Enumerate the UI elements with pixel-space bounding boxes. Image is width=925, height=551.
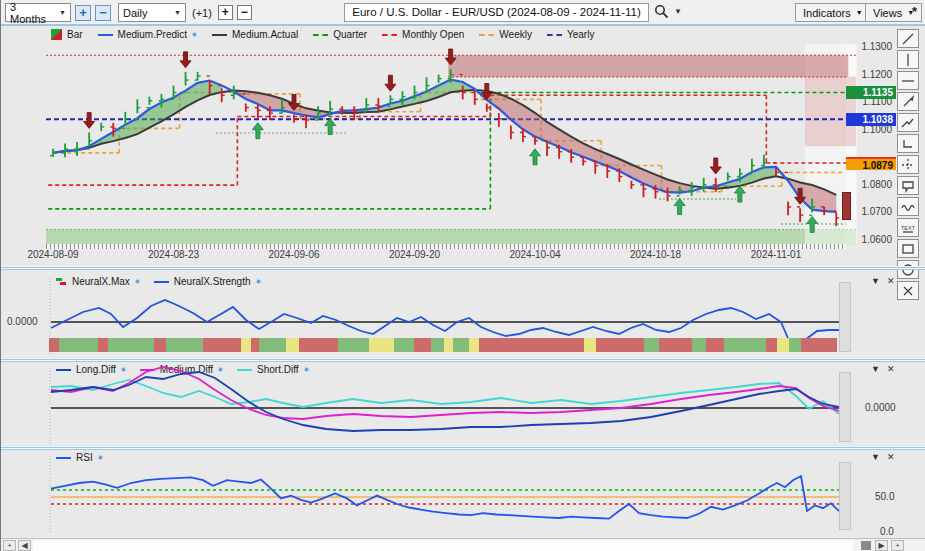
close-panel-icon[interactable]: ✕ [887, 276, 895, 286]
date-tick-label: 2024-08-09 [18, 249, 88, 260]
scroll-add-button[interactable]: + [3, 540, 16, 551]
rsi-50-label: 50.0 [875, 491, 894, 502]
interval-select[interactable]: Daily ▼ [118, 3, 186, 22]
main-legend-item-2[interactable]: Medium.Actual [212, 29, 298, 40]
rsi-panel-controls: ▼ ✕ [871, 452, 894, 462]
main-legend-label: Bar [67, 29, 83, 40]
price-level-badge: 1.1135 [846, 86, 896, 99]
main-legend-item-4[interactable]: Monthly Open [382, 29, 464, 40]
range-zoom-in-button[interactable]: + [75, 5, 91, 21]
main-legend-item-3[interactable]: Quarter [313, 29, 367, 40]
main-legend-label: Medium.Predict [118, 29, 187, 40]
indicators-button[interactable]: Indicators ▼ [795, 3, 871, 22]
wave-tool-button[interactable] [897, 197, 919, 216]
bar-add-button[interactable]: + [218, 5, 233, 20]
range-select-value: 3 Months [10, 1, 53, 25]
neuralx-panel-canvas[interactable] [1, 270, 861, 360]
scroll-left-icon[interactable]: ◀ [18, 540, 31, 551]
polyline-tool-icon [900, 115, 916, 131]
date-tick-label: 2024-09-20 [380, 249, 450, 260]
scrollbar-thumb[interactable] [861, 541, 871, 550]
horizontal-scrollbar[interactable]: + ◀ ▶ + [1, 538, 925, 551]
text-tool-icon: TEXT [900, 220, 916, 236]
info-dot-icon[interactable] [192, 32, 197, 37]
close-panel-icon[interactable]: ✕ [887, 364, 895, 374]
chevron-down-icon: ▼ [856, 9, 863, 16]
rectangle-tool-button[interactable] [897, 239, 919, 258]
diff-scale-thumb[interactable] [839, 372, 851, 442]
dashed-line-swatch [313, 34, 328, 36]
main-legend-item-6[interactable]: Yearly [547, 29, 594, 40]
line-swatch [212, 34, 227, 36]
horizontal-line-tool-icon [900, 73, 916, 89]
line-swatch [98, 34, 113, 36]
trading-app-window: 3 Months ▼ + − Daily ▼ (+1) + − Euro / U… [0, 0, 925, 551]
horizontal-line-tool-button[interactable] [897, 71, 919, 90]
main-legend-label: Quarter [333, 29, 367, 40]
bar-remove-button[interactable]: − [237, 5, 252, 20]
main-legend-item-5[interactable]: Weekly [479, 29, 532, 40]
collapse-panel-icon[interactable]: ▼ [871, 276, 880, 286]
neuralx-panel-controls: ▼ ✕ [871, 276, 894, 286]
angle-tool-button[interactable] [897, 134, 919, 153]
pen-tool-button[interactable] [897, 92, 919, 111]
dashed-line-swatch [382, 34, 397, 36]
diff-panel-canvas[interactable] [1, 362, 861, 446]
chevron-down-icon: ▼ [59, 9, 66, 16]
range-select[interactable]: 3 Months ▼ [5, 3, 71, 22]
drawing-toolbar: TEXT [897, 29, 923, 300]
symbol-title-box[interactable]: Euro / U.S. Dollar - EUR/USD (2024-08-09… [344, 3, 649, 22]
indicators-button-label: Indicators [803, 7, 851, 19]
interval-select-value: Daily [123, 7, 147, 19]
top-toolbar: 3 Months ▼ + − Daily ▼ (+1) + − Euro / U… [1, 0, 925, 26]
crosshair-tool-icon [900, 157, 916, 173]
price-tick-label: 1.1300 [846, 41, 892, 52]
main-legend-item-0[interactable]: Bar [51, 29, 83, 40]
svg-text:TEXT: TEXT [901, 225, 916, 231]
polyline-tool-button[interactable] [897, 113, 919, 132]
toolbar-left-group: 3 Months ▼ + − Daily ▼ (+1) + − [5, 3, 252, 22]
date-tick-label: 2024-08-23 [139, 249, 209, 260]
text-tool-button[interactable]: TEXT [897, 218, 919, 237]
wave-tool-icon [900, 199, 916, 215]
views-button-label: Views [873, 7, 902, 19]
main-legend-label: Monthly Open [402, 29, 464, 40]
search-icon[interactable] [654, 4, 669, 19]
rsi-scale-thumb[interactable] [839, 462, 851, 530]
rsi-panel-canvas[interactable] [1, 450, 861, 538]
scroll-right-icon[interactable]: ▶ [875, 540, 888, 551]
range-zoom-out-button[interactable]: − [95, 5, 111, 21]
price-tick-label: 1.1200 [846, 69, 892, 80]
price-level-badge: 1.1038 [846, 113, 896, 126]
neuralx-scale-thumb[interactable] [839, 282, 851, 352]
collapse-panel-icon[interactable]: ▼ [871, 364, 880, 374]
diff-zero-label: 0.0000 [865, 402, 896, 413]
line-tool-button[interactable] [897, 29, 919, 48]
main-chart-canvas[interactable] [46, 44, 856, 246]
diff-panel-controls: ▼ ✕ [871, 364, 894, 374]
collapse-panel-icon[interactable]: ▼ [871, 452, 880, 462]
bar-style-icon [51, 29, 62, 40]
price-level-badge: 1.0879 [846, 157, 896, 170]
main-legend-item-1[interactable]: Medium.Predict [98, 29, 197, 40]
line-tool-icon [900, 31, 916, 47]
chevron-down-icon: ▼ [174, 9, 181, 16]
vertical-line-tool-button[interactable] [897, 50, 919, 69]
callout-tool-button[interactable] [897, 176, 919, 195]
main-legend-label: Yearly [567, 29, 594, 40]
vertical-line-tool-icon [900, 52, 916, 68]
delete-tool-button[interactable] [897, 281, 919, 300]
delete-tool-icon [900, 283, 916, 299]
price-tick-label: 1.0700 [846, 206, 892, 217]
close-panel-icon[interactable]: ✕ [887, 452, 895, 462]
main-legend-label: Medium.Actual [232, 29, 298, 40]
angle-tool-icon [900, 136, 916, 152]
scroll-add-button-right[interactable]: + [891, 540, 904, 551]
date-tick-label: 2024-10-18 [621, 249, 691, 260]
search-dropdown-icon[interactable]: ▼ [674, 7, 682, 16]
dashed-line-swatch [547, 34, 562, 36]
rectangle-tool-icon [900, 241, 916, 257]
crosshair-tool-button[interactable] [897, 155, 919, 174]
offset-label: (+1) [192, 7, 212, 19]
scrollbar-track[interactable] [33, 540, 853, 551]
